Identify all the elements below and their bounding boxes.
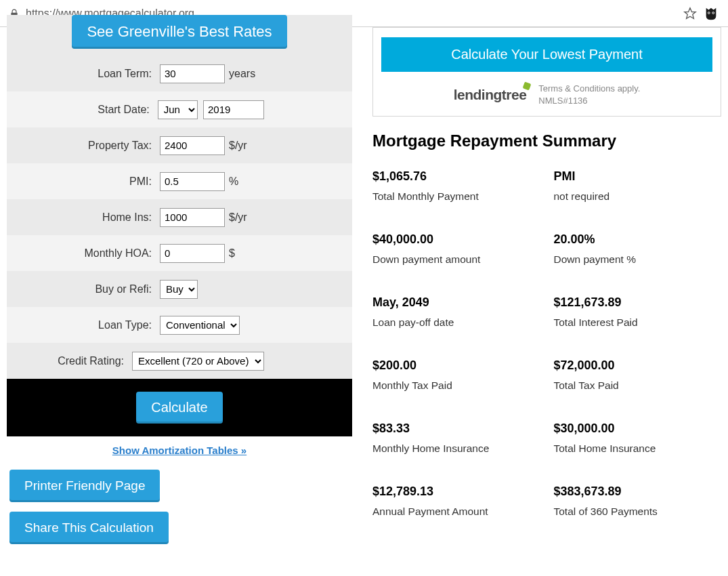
property-tax-label: Property Tax: [7,140,160,152]
hoa-label: Monthly HOA: [7,247,160,260]
hoa-input[interactable] [160,244,225,263]
share-calculation-button[interactable]: Share This Calculation [9,512,169,544]
start-date-label: Start Date: [7,104,158,116]
bookmark-star-icon[interactable] [683,7,697,20]
loan-type-select[interactable]: Conventional [160,316,240,335]
summary-grid: $1,065.76Total Monthly Payment PMInot re… [372,169,721,518]
start-year-input[interactable] [203,100,264,119]
calculate-button[interactable]: Calculate [136,392,222,424]
hoa-unit: $ [229,247,235,260]
credit-rating-select[interactable]: Excellent (720 or Above) [132,352,264,371]
home-ins-label: Home Ins: [7,211,160,224]
property-tax-input[interactable] [160,136,225,155]
summary-item: 20.00%Down payment % [554,232,722,266]
summary-item: $83.33Monthly Home Insurance [372,421,540,455]
ad-terms-text: Terms & Conditions apply. NMLS#1136 [538,83,640,106]
start-month-select[interactable]: Jun [158,100,198,119]
leaf-icon [523,81,532,90]
pmi-label: PMI: [7,176,160,188]
loan-term-input[interactable] [160,64,225,83]
loan-type-label: Loan Type: [7,319,160,331]
loan-term-label: Loan Term: [7,68,160,80]
printer-friendly-button[interactable]: Printer Friendly Page [9,470,160,502]
lendingtree-ad: Calculate Your Lowest Payment lendingtre… [372,27,721,117]
calculator-form: See Greenville's Best Rates Loan Term: y… [7,27,352,554]
summary-item: $72,000.00Total Tax Paid [554,358,722,392]
calculate-lowest-payment-button[interactable]: Calculate Your Lowest Payment [381,37,712,72]
property-tax-unit: $/yr [229,140,247,152]
summary-item: $40,000.00Down payment amount [372,232,540,266]
buy-refi-select[interactable]: Buy [160,280,198,299]
summary-item: $200.00Monthly Tax Paid [372,358,540,392]
lendingtree-logo: lendingtree [454,87,527,103]
best-rates-button[interactable]: See Greenville's Best Rates [72,15,286,49]
svg-point-3 [708,12,710,14]
svg-marker-0 [685,7,696,18]
summary-item: $383,673.89Total of 360 Payments [554,485,722,518]
summary-item: $12,789.13Annual Payment Amount [372,485,540,518]
summary-title: Mortgage Repayment Summary [372,131,721,150]
summary-item: $30,000.00Total Home Insurance [554,421,722,455]
pmi-unit: % [229,176,238,188]
summary-item: $1,065.76Total Monthly Payment [372,169,540,203]
home-ins-unit: $/yr [229,211,247,224]
pmi-input[interactable] [160,172,225,191]
home-ins-input[interactable] [160,208,225,227]
buy-refi-label: Buy or Refi: [7,283,160,295]
show-amortization-link[interactable]: Show Amortization Tables » [7,436,352,464]
summary-panel: Calculate Your Lowest Payment lendingtre… [372,27,721,554]
summary-item: May, 2049Loan pay-off date [372,295,540,329]
credit-rating-label: Credit Rating: [7,355,132,367]
summary-item: $121,673.89Total Interest Paid [554,295,722,329]
svg-point-4 [712,12,714,14]
loan-term-unit: years [229,68,255,80]
summary-item: PMInot required [554,169,722,203]
hootsuite-owl-icon[interactable] [704,6,719,21]
